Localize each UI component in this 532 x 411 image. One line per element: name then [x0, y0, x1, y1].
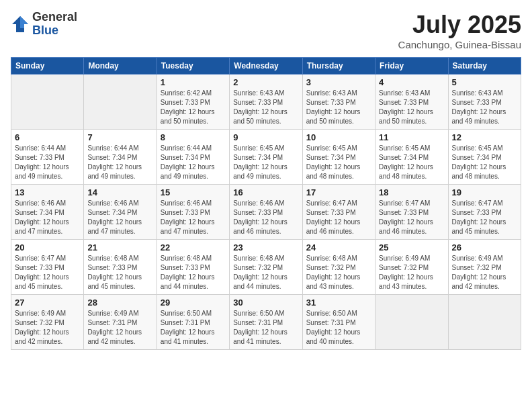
calendar-cell: 13Sunrise: 6:46 AMSunset: 7:34 PMDayligh… [11, 185, 84, 240]
day-number: 28 [87, 298, 152, 308]
day-number: 21 [87, 242, 152, 253]
day-number: 29 [161, 298, 226, 308]
calendar-cell [448, 295, 521, 350]
weekday-header: Wednesday [230, 58, 302, 75]
calendar-cell: 2Sunrise: 6:43 AMSunset: 7:33 PMDaylight… [230, 75, 302, 130]
day-number: 26 [452, 242, 517, 253]
day-info: Sunrise: 6:43 AMSunset: 7:33 PMDaylight:… [233, 89, 298, 126]
page-header: General Blue July 2025 Canchungo, Guinea… [11, 11, 521, 50]
day-number: 8 [161, 132, 226, 142]
logo-icon [11, 15, 30, 34]
calendar-cell: 8Sunrise: 6:44 AMSunset: 7:34 PMDaylight… [157, 130, 229, 185]
day-info: Sunrise: 6:47 AMSunset: 7:33 PMDaylight:… [306, 199, 371, 236]
day-info: Sunrise: 6:45 AMSunset: 7:34 PMDaylight:… [452, 144, 517, 181]
day-number: 23 [233, 242, 298, 253]
day-info: Sunrise: 6:46 AMSunset: 7:33 PMDaylight:… [161, 199, 226, 236]
calendar-cell: 16Sunrise: 6:46 AMSunset: 7:33 PMDayligh… [230, 185, 302, 240]
weekday-header: Tuesday [157, 58, 229, 75]
calendar-cell: 6Sunrise: 6:44 AMSunset: 7:33 PMDaylight… [11, 130, 84, 185]
day-info: Sunrise: 6:49 AMSunset: 7:32 PMDaylight:… [15, 309, 80, 347]
day-number: 7 [87, 132, 152, 142]
day-info: Sunrise: 6:50 AMSunset: 7:31 PMDaylight:… [233, 309, 298, 347]
day-info: Sunrise: 6:50 AMSunset: 7:31 PMDaylight:… [161, 309, 226, 347]
calendar-cell [11, 75, 84, 130]
day-number: 4 [379, 77, 444, 87]
calendar-week-row: 27Sunrise: 6:49 AMSunset: 7:32 PMDayligh… [11, 295, 521, 350]
calendar-cell: 15Sunrise: 6:46 AMSunset: 7:33 PMDayligh… [157, 185, 229, 240]
day-number: 9 [233, 132, 298, 142]
day-number: 30 [233, 298, 298, 308]
weekday-header: Thursday [302, 58, 375, 75]
calendar-week-row: 20Sunrise: 6:47 AMSunset: 7:33 PMDayligh… [11, 240, 521, 295]
day-info: Sunrise: 6:46 AMSunset: 7:34 PMDaylight:… [87, 199, 152, 236]
day-info: Sunrise: 6:48 AMSunset: 7:33 PMDaylight:… [87, 254, 152, 291]
calendar-cell: 23Sunrise: 6:48 AMSunset: 7:32 PMDayligh… [230, 240, 302, 295]
calendar-cell: 17Sunrise: 6:47 AMSunset: 7:33 PMDayligh… [302, 185, 375, 240]
logo-general: General [32, 11, 77, 24]
day-number: 12 [452, 132, 517, 142]
calendar-cell: 20Sunrise: 6:47 AMSunset: 7:33 PMDayligh… [11, 240, 84, 295]
day-number: 11 [379, 132, 444, 142]
calendar-cell: 25Sunrise: 6:49 AMSunset: 7:32 PMDayligh… [375, 240, 448, 295]
day-info: Sunrise: 6:49 AMSunset: 7:31 PMDaylight:… [87, 309, 152, 347]
calendar-week-row: 13Sunrise: 6:46 AMSunset: 7:34 PMDayligh… [11, 185, 521, 240]
day-number: 10 [306, 132, 371, 142]
day-number: 2 [233, 77, 298, 87]
calendar-week-row: 1Sunrise: 6:42 AMSunset: 7:33 PMDaylight… [11, 75, 521, 130]
day-number: 3 [306, 77, 371, 87]
day-info: Sunrise: 6:47 AMSunset: 7:33 PMDaylight:… [379, 199, 444, 236]
calendar-cell: 24Sunrise: 6:48 AMSunset: 7:32 PMDayligh… [302, 240, 375, 295]
calendar-cell: 7Sunrise: 6:44 AMSunset: 7:34 PMDaylight… [84, 130, 157, 185]
calendar-cell: 27Sunrise: 6:49 AMSunset: 7:32 PMDayligh… [11, 295, 84, 350]
calendar-cell: 31Sunrise: 6:50 AMSunset: 7:31 PMDayligh… [302, 295, 375, 350]
calendar-cell: 10Sunrise: 6:45 AMSunset: 7:34 PMDayligh… [302, 130, 375, 185]
calendar-cell: 9Sunrise: 6:45 AMSunset: 7:34 PMDaylight… [230, 130, 302, 185]
day-number: 14 [87, 187, 152, 197]
day-number: 13 [15, 187, 80, 197]
calendar-header-row: SundayMondayTuesdayWednesdayThursdayFrid… [11, 58, 521, 75]
day-info: Sunrise: 6:45 AMSunset: 7:34 PMDaylight:… [379, 144, 444, 181]
day-number: 25 [379, 242, 444, 253]
day-info: Sunrise: 6:49 AMSunset: 7:32 PMDaylight:… [452, 254, 517, 291]
logo-text: General Blue [32, 11, 77, 38]
location-title: Canchungo, Guinea-Bissau [398, 39, 521, 50]
day-number: 16 [233, 187, 298, 197]
calendar-cell: 29Sunrise: 6:50 AMSunset: 7:31 PMDayligh… [157, 295, 229, 350]
day-info: Sunrise: 6:48 AMSunset: 7:32 PMDaylight:… [233, 254, 298, 291]
day-number: 5 [452, 77, 517, 87]
day-number: 15 [161, 187, 226, 197]
day-info: Sunrise: 6:47 AMSunset: 7:33 PMDaylight:… [452, 199, 517, 236]
day-number: 1 [161, 77, 226, 87]
day-info: Sunrise: 6:43 AMSunset: 7:33 PMDaylight:… [379, 89, 444, 126]
day-number: 6 [15, 132, 80, 142]
day-info: Sunrise: 6:44 AMSunset: 7:33 PMDaylight:… [15, 144, 80, 181]
calendar-cell [375, 295, 448, 350]
day-info: Sunrise: 6:42 AMSunset: 7:33 PMDaylight:… [161, 89, 226, 126]
day-info: Sunrise: 6:48 AMSunset: 7:33 PMDaylight:… [161, 254, 226, 291]
day-info: Sunrise: 6:46 AMSunset: 7:33 PMDaylight:… [233, 199, 298, 236]
day-info: Sunrise: 6:44 AMSunset: 7:34 PMDaylight:… [87, 144, 152, 181]
calendar-cell: 11Sunrise: 6:45 AMSunset: 7:34 PMDayligh… [375, 130, 448, 185]
day-number: 17 [306, 187, 371, 197]
calendar-cell: 26Sunrise: 6:49 AMSunset: 7:32 PMDayligh… [448, 240, 521, 295]
calendar-cell: 30Sunrise: 6:50 AMSunset: 7:31 PMDayligh… [230, 295, 302, 350]
logo-blue: Blue [32, 24, 77, 38]
day-number: 27 [15, 298, 80, 308]
day-number: 19 [452, 187, 517, 197]
day-info: Sunrise: 6:45 AMSunset: 7:34 PMDaylight:… [233, 144, 298, 181]
weekday-header: Monday [84, 58, 157, 75]
day-info: Sunrise: 6:46 AMSunset: 7:34 PMDaylight:… [15, 199, 80, 236]
calendar-cell: 12Sunrise: 6:45 AMSunset: 7:34 PMDayligh… [448, 130, 521, 185]
calendar-table: SundayMondayTuesdayWednesdayThursdayFrid… [11, 57, 521, 350]
day-info: Sunrise: 6:48 AMSunset: 7:32 PMDaylight:… [306, 254, 371, 291]
day-info: Sunrise: 6:49 AMSunset: 7:32 PMDaylight:… [379, 254, 444, 291]
calendar-cell: 28Sunrise: 6:49 AMSunset: 7:31 PMDayligh… [84, 295, 157, 350]
calendar-cell [84, 75, 157, 130]
calendar-cell: 1Sunrise: 6:42 AMSunset: 7:33 PMDaylight… [157, 75, 229, 130]
day-info: Sunrise: 6:44 AMSunset: 7:34 PMDaylight:… [161, 144, 226, 181]
day-number: 24 [306, 242, 371, 253]
calendar-cell: 3Sunrise: 6:43 AMSunset: 7:33 PMDaylight… [302, 75, 375, 130]
day-number: 31 [306, 298, 371, 308]
calendar-cell: 22Sunrise: 6:48 AMSunset: 7:33 PMDayligh… [157, 240, 229, 295]
title-section: July 2025 Canchungo, Guinea-Bissau [398, 11, 521, 50]
